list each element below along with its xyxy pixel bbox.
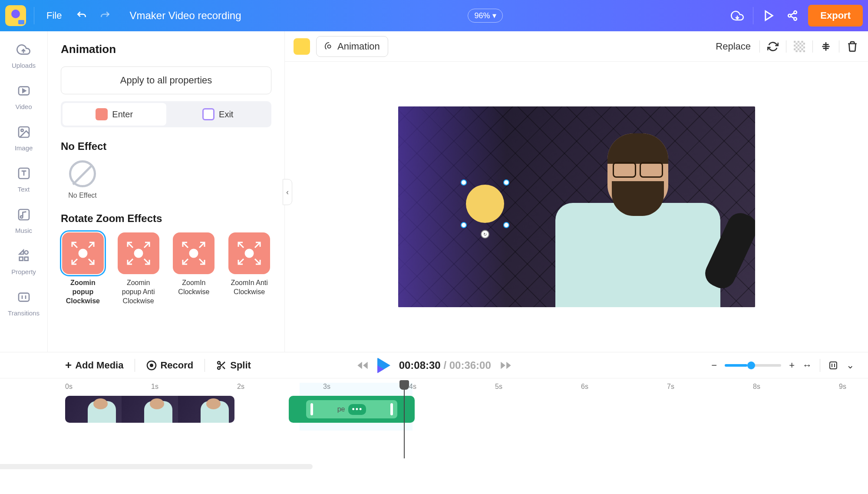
image-icon: [14, 123, 33, 142]
shape-clip[interactable]: pe •••: [289, 396, 415, 423]
zoom-slider[interactable]: [725, 364, 781, 367]
canvas-toolbar: Animation Replace: [285, 31, 868, 62]
fit-width-icon[interactable]: ↔: [802, 360, 812, 371]
rotate-handle[interactable]: ↻: [481, 230, 489, 239]
effect-tile-icon: [173, 232, 215, 274]
plus-icon: +: [65, 358, 72, 372]
nav-video[interactable]: Video: [14, 81, 33, 110]
resize-handle-tl[interactable]: [461, 179, 467, 186]
effect-zoomin-cw[interactable]: ZoomIn Clockwise: [172, 232, 216, 305]
svg-marker-27: [357, 361, 362, 368]
share-icon[interactable]: [785, 8, 800, 23]
nav-uploads[interactable]: Uploads: [12, 40, 36, 69]
svg-marker-0: [766, 11, 772, 20]
svg-rect-20: [794, 41, 805, 52]
add-media-button[interactable]: + Add Media: [65, 358, 123, 372]
timeline-toolbar: + Add Media Record Split 00:08:30 / 00:3…: [0, 352, 868, 378]
nav-music[interactable]: Music: [14, 205, 33, 234]
fill-color-swatch[interactable]: [294, 38, 310, 55]
undo-icon[interactable]: [74, 8, 89, 23]
record-icon: [146, 360, 157, 371]
chevron-left-icon: ‹: [286, 188, 289, 197]
resize-handle-tr[interactable]: [503, 179, 509, 186]
zoom-in-button[interactable]: +: [789, 360, 795, 371]
delete-icon[interactable]: [845, 40, 859, 53]
video-icon: [14, 81, 33, 100]
nav-property[interactable]: Property: [11, 246, 36, 275]
redo-icon[interactable]: [97, 8, 113, 23]
upload-icon: [14, 40, 33, 59]
zoom-dropdown[interactable]: 96% ▾: [468, 9, 503, 23]
replace-button[interactable]: Replace: [713, 38, 753, 55]
effect-zoomin-acw[interactable]: ZoomIn Anti Clockwise: [227, 232, 271, 305]
cloud-save-icon[interactable]: [729, 8, 745, 23]
refresh-icon[interactable]: [766, 40, 780, 53]
enter-exit-toggle: Enter Exit: [61, 101, 271, 127]
svg-rect-14: [19, 293, 29, 302]
svg-point-26: [218, 367, 220, 369]
rotate-zoom-title: Rotate Zoom Effects: [61, 212, 271, 225]
chevron-down-icon: ▾: [492, 11, 496, 20]
nav-image[interactable]: Image: [14, 123, 33, 152]
file-menu[interactable]: File: [42, 7, 66, 24]
time-ruler[interactable]: 0s 1s 2s 3s 4s 5s 6s 7s 8s 9s: [65, 383, 868, 393]
clip-handle-right[interactable]: [390, 403, 393, 415]
collapse-panel-button[interactable]: ‹: [283, 179, 292, 205]
svg-marker-28: [363, 361, 368, 368]
enter-tab[interactable]: Enter: [63, 103, 166, 126]
record-button[interactable]: Record: [146, 360, 193, 371]
playhead-grip[interactable]: [399, 380, 409, 390]
svg-rect-9: [19, 209, 29, 220]
export-button[interactable]: Export: [808, 5, 863, 27]
video-preview[interactable]: ↻: [285, 62, 868, 352]
play-button[interactable]: [377, 358, 390, 373]
animation-panel: Animation Apply to all properties Enter …: [48, 31, 285, 352]
effect-zoomin-popup-acw[interactable]: Zoomin popup Anti Clockwise: [116, 232, 161, 305]
nav-transitions[interactable]: Transitions: [8, 288, 40, 317]
time-display: 00:08:30 / 00:36:00: [399, 359, 491, 371]
skip-forward-icon[interactable]: [500, 359, 512, 371]
skip-back-icon[interactable]: [356, 359, 369, 371]
nav-text[interactable]: Text: [14, 164, 33, 193]
animation-button[interactable]: Animation: [316, 36, 388, 57]
clip-more-icon[interactable]: •••: [348, 404, 366, 415]
horizontal-scrollbar[interactable]: [0, 464, 313, 469]
svg-point-25: [218, 361, 220, 364]
svg-point-2: [789, 14, 792, 17]
zoom-slider-thumb[interactable]: [747, 361, 755, 369]
svg-marker-29: [506, 361, 511, 368]
effect-zoomin-popup-cw[interactable]: Zoomin popup Clockwise: [61, 232, 105, 305]
svg-point-17: [190, 249, 198, 257]
effect-tile-icon: [118, 232, 159, 274]
project-title[interactable]: Vmaker Video recording: [129, 10, 241, 22]
enter-icon: [96, 108, 108, 120]
video-clip[interactable]: [65, 396, 234, 423]
svg-point-15: [79, 249, 87, 257]
svg-marker-30: [501, 361, 505, 368]
split-button[interactable]: Split: [216, 360, 251, 371]
svg-point-19: [327, 45, 330, 48]
no-effect-option[interactable]: No Effect: [61, 160, 104, 199]
selected-shape[interactable]: ↻: [462, 181, 508, 226]
svg-point-18: [245, 249, 253, 257]
align-icon[interactable]: [819, 40, 833, 53]
timeline-settings-icon[interactable]: [828, 360, 838, 371]
transparency-icon[interactable]: [792, 40, 806, 53]
playhead[interactable]: [404, 380, 405, 458]
zoom-out-button[interactable]: −: [711, 360, 717, 371]
svg-point-24: [150, 364, 153, 367]
side-nav: Uploads Video Image Text Music Property …: [0, 31, 48, 352]
no-effect-icon: [69, 160, 96, 187]
preview-icon[interactable]: [761, 8, 777, 23]
clip-handle-left[interactable]: [310, 403, 313, 415]
apply-all-button[interactable]: Apply to all properties: [61, 66, 271, 94]
effects-row: Zoomin popup Clockwise Zoomin popup Anti…: [61, 232, 271, 305]
canvas-area: Animation Replace: [285, 31, 868, 352]
chevron-down-icon[interactable]: ⌄: [846, 360, 854, 371]
resize-handle-br[interactable]: [503, 222, 509, 228]
exit-tab[interactable]: Exit: [166, 103, 270, 126]
app-header: File Vmaker Video recording 96% ▾ Export: [0, 0, 868, 31]
app-logo[interactable]: [5, 5, 26, 26]
resize-handle-bl[interactable]: [461, 222, 467, 228]
svg-point-7: [21, 129, 23, 131]
